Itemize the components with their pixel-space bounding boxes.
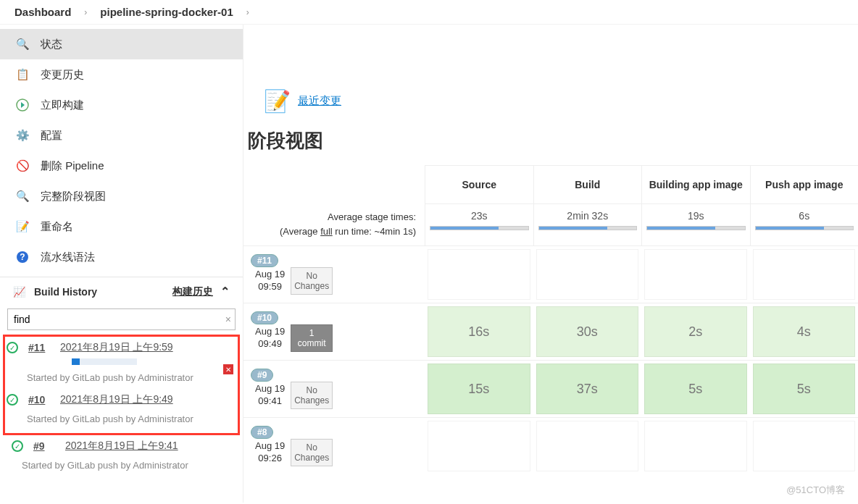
rename-icon: 📝 xyxy=(14,219,30,235)
stage-cell xyxy=(753,249,856,300)
no-changes: NoChanges xyxy=(291,439,333,467)
gear-icon: ⚙️ xyxy=(14,127,30,143)
stage-cell[interactable]: 30s xyxy=(536,306,639,357)
menu-label: 重命名 xyxy=(41,220,73,234)
avg-cell: 19s xyxy=(641,204,750,245)
avg-full-run-label: (Average full run time: ~4min 1s) xyxy=(243,224,416,239)
clear-icon[interactable]: × xyxy=(225,314,231,325)
build-pill[interactable]: #9 xyxy=(251,369,273,382)
build-number[interactable]: #10 xyxy=(28,394,50,406)
breadcrumb: Dashboard › pipeline-spring-docker-01 › xyxy=(0,0,858,25)
build-timestamp[interactable]: 2021年8月19日 上午9:41 xyxy=(65,440,178,453)
trend-icon[interactable]: 📈 xyxy=(13,286,25,298)
stage-cell xyxy=(644,421,747,471)
build-cause: Started by GitLab push by Administrator xyxy=(25,365,228,383)
stage-view-row: #9Aug 1909:41NoChanges15s37s5s5s xyxy=(243,360,858,417)
stage-cell[interactable]: 37s xyxy=(536,364,639,414)
stage-cell[interactable]: 2s xyxy=(644,306,747,357)
play-icon xyxy=(14,97,30,113)
stage-col-image: Building app image xyxy=(641,166,750,203)
search-icon: 🔍 xyxy=(14,188,30,204)
build-history-link[interactable]: 构建历史 xyxy=(172,285,213,298)
stage-view-header-row: Source Build Building app image Push app… xyxy=(243,165,858,204)
breadcrumb-root[interactable]: Dashboard xyxy=(14,6,71,18)
build-history-item[interactable]: ✓ #9 2021年8月19日 上午9:41 Started by GitLab… xyxy=(10,437,233,475)
build-history-rest: ✓ #9 2021年8月19日 上午9:41 Started by GitLab… xyxy=(0,435,243,475)
menu-label: 配置 xyxy=(41,129,62,143)
build-pill[interactable]: #10 xyxy=(251,311,278,324)
stage-cell[interactable]: 16s xyxy=(428,306,530,357)
menu-changes[interactable]: 📋变更历史 xyxy=(0,59,243,90)
menu-pipeline-syntax[interactable]: ?流水线语法 xyxy=(0,242,243,272)
help-icon: ? xyxy=(14,249,30,265)
menu-delete[interactable]: 🚫删除 Pipeline xyxy=(0,151,243,181)
avg-cell: 2min 32s xyxy=(533,204,642,245)
menu-rename[interactable]: 📝重命名 xyxy=(0,211,243,242)
menu-configure[interactable]: ⚙️配置 xyxy=(0,120,243,151)
build-date: Aug 1909:59 xyxy=(255,269,285,293)
stage-cell xyxy=(644,249,747,300)
search-icon: 🔍 xyxy=(14,36,30,52)
cancel-build-icon[interactable]: ✕ xyxy=(223,364,233,374)
menu-label: 立即构建 xyxy=(41,98,84,112)
menu-label: 变更历史 xyxy=(41,68,84,82)
chevron-up-icon[interactable]: ⌃ xyxy=(220,285,230,298)
svg-text:?: ? xyxy=(20,252,25,262)
stage-cell xyxy=(428,421,530,471)
build-cause: Started by GitLab push by Administrator xyxy=(25,406,228,424)
chevron-right-icon: › xyxy=(246,7,249,17)
stage-cell[interactable]: 5s xyxy=(753,364,856,414)
build-pill[interactable]: #8 xyxy=(251,426,273,439)
build-pill[interactable]: #11 xyxy=(251,254,278,267)
breadcrumb-project[interactable]: pipeline-spring-docker-01 xyxy=(100,6,233,18)
chevron-right-icon: › xyxy=(84,7,87,17)
stage-view-row: #11Aug 1909:59NoChanges xyxy=(243,245,858,303)
avg-stage-times-label: Average stage times: xyxy=(243,210,416,224)
sidebar: 🔍状态 📋变更历史 立即构建 ⚙️配置 🚫删除 Pipeline 🔍完整阶段视图… xyxy=(0,25,243,503)
avg-cell: 6s xyxy=(750,204,859,245)
recent-changes-link[interactable]: 最近变更 xyxy=(298,94,341,108)
status-success-icon: ✓ xyxy=(12,440,23,452)
menu-full-stage[interactable]: 🔍完整阶段视图 xyxy=(0,181,243,211)
build-history-filter: × xyxy=(0,304,243,335)
watermark: @51CTO博客 xyxy=(786,484,845,497)
menu-label: 状态 xyxy=(41,38,62,51)
stage-cell xyxy=(536,249,639,300)
stage-col-build: Build xyxy=(533,166,642,203)
stage-cell[interactable]: 15s xyxy=(428,364,530,414)
build-number[interactable]: #9 xyxy=(33,440,55,452)
build-timestamp[interactable]: 2021年8月19日 上午9:59 xyxy=(60,341,173,354)
build-date: Aug 1909:49 xyxy=(255,326,285,350)
stage-cell xyxy=(428,249,530,300)
commit-count[interactable]: 1commit xyxy=(291,324,333,353)
no-changes: NoChanges xyxy=(291,267,333,295)
build-timestamp[interactable]: 2021年8月19日 上午9:49 xyxy=(60,393,173,406)
find-input[interactable] xyxy=(7,308,236,330)
build-cause: Started by GitLab push by Administrator xyxy=(20,453,233,471)
build-history-item[interactable]: ✓ #10 2021年8月19日 上午9:49 Started by GitLa… xyxy=(5,389,238,430)
forbidden-icon: 🚫 xyxy=(14,158,30,174)
build-history-title: Build History xyxy=(34,286,97,298)
stage-cell[interactable]: 4s xyxy=(753,306,856,357)
menu-label: 完整阶段视图 xyxy=(41,190,106,203)
stage-cell[interactable]: 5s xyxy=(644,364,747,414)
stage-col-push: Push app image xyxy=(750,166,859,203)
doc-icon: 📋 xyxy=(14,67,30,83)
build-number[interactable]: #11 xyxy=(28,342,50,353)
main-content: 📝 最近变更 阶段视图 Source Build Building app im… xyxy=(243,25,858,503)
stage-view-row: #10Aug 1909:491commit16s30s2s4s xyxy=(243,303,858,360)
stage-col-source: Source xyxy=(425,166,533,203)
menu-label: 删除 Pipeline xyxy=(41,159,104,173)
menu-status[interactable]: 🔍状态 xyxy=(0,29,243,59)
build-history-item[interactable]: ✓ #11 2021年8月19日 上午9:59 ✕ Started by Git… xyxy=(5,337,238,389)
stage-view-avg-row: Average stage times: (Average full run t… xyxy=(243,204,858,245)
sidebar-menu: 🔍状态 📋变更历史 立即构建 ⚙️配置 🚫删除 Pipeline 🔍完整阶段视图… xyxy=(0,25,243,277)
status-success-icon: ✓ xyxy=(7,394,18,406)
menu-build-now[interactable]: 立即构建 xyxy=(0,90,243,120)
notepad-icon: 📝 xyxy=(264,88,291,114)
stage-view-row: #8Aug 1909:26NoChanges xyxy=(243,417,858,474)
avg-cell: 23s xyxy=(425,204,533,245)
stage-cell xyxy=(536,421,639,471)
build-history-header: 📈 Build History 构建历史 ⌃ xyxy=(0,277,243,304)
status-running-icon: ✓ xyxy=(7,342,18,353)
